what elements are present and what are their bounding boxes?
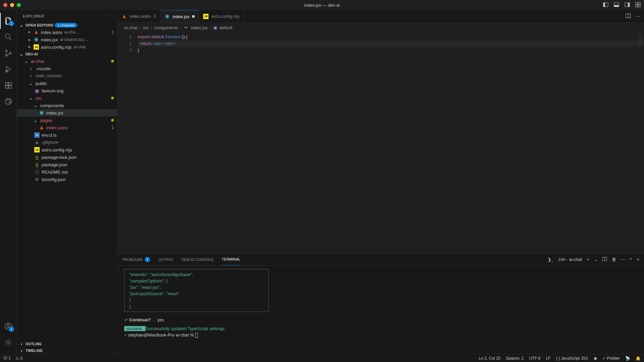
file-package-lock[interactable]: {}package-lock.json	[17, 153, 117, 161]
project-header[interactable]: ⌄ DEV-AI	[17, 51, 117, 57]
customize-layout-icon[interactable]	[635, 2, 641, 8]
more-icon[interactable]: ⋯	[621, 257, 625, 262]
status-notifications-icon[interactable]: 🔔	[636, 356, 641, 361]
minimap[interactable]	[638, 34, 643, 44]
terminal-shell-icon[interactable]: ❯_	[548, 257, 554, 262]
status-tweet-icon[interactable]: ◉	[594, 356, 597, 361]
cursor	[195, 333, 198, 338]
file-gitignore[interactable]: ◈.gitignore	[17, 139, 117, 146]
svg-point-14	[10, 52, 11, 54]
file-astro-config[interactable]: JSastro.config.mjs	[17, 146, 117, 153]
new-terminal-icon[interactable]: +	[587, 257, 590, 262]
terminal-shell-label[interactable]: zsh - ai-chat	[558, 257, 582, 262]
activity-edge[interactable]	[0, 93, 17, 109]
status-indentation[interactable]: Spaces: 2	[506, 356, 524, 361]
modified-dot-icon: ●	[27, 38, 32, 42]
open-editors-header[interactable]: ⌄ OPEN EDITORS 1 unsaved	[17, 22, 117, 29]
close-icon[interactable]: ×	[27, 44, 32, 50]
continue-answer: yes	[157, 317, 164, 322]
maximize-panel-icon[interactable]: ^	[630, 257, 632, 262]
json-icon: {}	[34, 162, 40, 167]
chevron-right-icon: ›	[19, 348, 24, 353]
outline-header[interactable]: ›OUTLINE	[17, 341, 117, 347]
more-actions-icon[interactable]: ⋯	[636, 14, 640, 19]
activity-accounts[interactable]: 1	[0, 318, 17, 334]
terminal-prompt: ○ stephan@MacBook-Pro ai-chat %	[124, 332, 637, 338]
close-icon[interactable]: ×	[27, 30, 32, 35]
folder-node-modules[interactable]: ›node_modules	[17, 72, 117, 80]
breadcrumb-item[interactable]: components	[154, 25, 178, 30]
status-language[interactable]: { } JavaScript JSX	[556, 356, 588, 361]
tab-index-jsx[interactable]: index.jsx	[160, 10, 199, 22]
folder-vscode[interactable]: ›.vscode	[17, 65, 117, 72]
open-editors-label: OPEN EDITORS	[26, 23, 53, 27]
file-readme[interactable]: ⓘREADME.md	[17, 168, 117, 176]
breadcrumbs[interactable]: ai-chat› src› components› index.jsx› ▣ d…	[118, 23, 644, 32]
file-index-astro[interactable]: index.astro1	[17, 124, 117, 131]
open-editor-item[interactable]: ● index.jsx ai-chat/src/co…	[17, 36, 117, 43]
js-icon: JS	[203, 14, 209, 19]
file-index-jsx[interactable]: index.jsx	[17, 109, 117, 117]
open-editor-item[interactable]: × index.astro ai-cha… 1	[17, 29, 117, 36]
file-env[interactable]: TSenv.d.ts	[17, 131, 117, 139]
explorer-more-icon[interactable]: ⋯	[107, 14, 111, 18]
terminal-content[interactable]: "extends": "astro/tsconfigs/base", "comp…	[118, 266, 644, 354]
editor-tabs: index.astro 1 index.jsx JS astro.config.…	[118, 10, 644, 23]
prompt-text: stephan@MacBook-Pro ai-chat %	[128, 332, 195, 337]
status-eol[interactable]: LF	[546, 356, 551, 361]
tab-astro-config[interactable]: JS astro.config.mjs	[199, 10, 244, 22]
breadcrumb-item[interactable]: ai-chat	[124, 25, 137, 30]
split-terminal-icon[interactable]	[602, 257, 607, 262]
layout-panel-icon[interactable]	[614, 2, 619, 8]
status-encoding[interactable]: UTF-8	[529, 356, 541, 361]
folder-src[interactable]: ⌄src	[17, 94, 117, 102]
activity-bar: 1 1	[0, 10, 17, 354]
info-icon: ⓘ	[34, 169, 40, 175]
split-editor-icon[interactable]	[626, 13, 631, 19]
file-favicon[interactable]: ▦favicon.svg	[17, 87, 117, 94]
panel: PROBLEMS1 OUTPUT DEBUG CONSOLE TERMINAL …	[118, 253, 644, 354]
unsaved-badge: 1 unsaved	[55, 23, 77, 28]
window-maximize[interactable]	[17, 3, 21, 7]
status-warnings[interactable]: ⚠ 0	[15, 356, 22, 361]
window-close[interactable]	[3, 3, 7, 7]
file-package[interactable]: {}package.json	[17, 161, 117, 168]
svg-rect-16	[5, 82, 8, 85]
layout-sidebar-icon[interactable]	[603, 2, 608, 8]
folder-components[interactable]: ⌄components	[17, 102, 117, 109]
status-errors[interactable]: ⓧ 1	[3, 355, 11, 361]
activity-explorer[interactable]: 1	[0, 13, 17, 29]
code-content[interactable]: export default function () { return <div…	[138, 32, 644, 253]
status-feedback-icon[interactable]: 📡	[625, 356, 630, 361]
panel-tab-problems[interactable]: PROBLEMS1	[122, 254, 150, 265]
kill-terminal-icon[interactable]: 🗑	[612, 257, 616, 262]
breadcrumb-item[interactable]: default	[219, 25, 232, 30]
layout-sidebar-right-icon[interactable]	[625, 2, 630, 8]
close-panel-icon[interactable]: ×	[637, 257, 639, 262]
window-minimize[interactable]	[10, 3, 14, 7]
breadcrumb-item[interactable]: src	[143, 25, 148, 30]
activity-source-control[interactable]	[0, 45, 17, 61]
panel-tab-debug[interactable]: DEBUG CONSOLE	[181, 254, 214, 265]
activity-settings[interactable]	[0, 334, 17, 351]
tab-index-astro[interactable]: index.astro 1	[118, 10, 160, 22]
folder-ai-chat[interactable]: ⌄ai-chat	[17, 57, 117, 65]
chevron-down-icon: ⌄	[28, 81, 34, 86]
activity-debug[interactable]	[0, 61, 17, 77]
timeline-header[interactable]: ›TIMELINE	[17, 347, 117, 354]
terminal-dropdown-icon[interactable]: ⌄	[594, 257, 598, 262]
activity-extensions[interactable]	[0, 77, 17, 93]
activity-search[interactable]	[0, 29, 17, 45]
folder-pages[interactable]: ⌄pages	[17, 117, 117, 124]
folder-public[interactable]: ⌄public	[17, 80, 117, 87]
code-editor[interactable]: 1 2 3 export default function () { retur…	[118, 32, 644, 253]
json-icon: {}	[34, 154, 40, 160]
panel-tab-terminal[interactable]: TERMINAL	[222, 254, 240, 265]
folder-name: pages	[40, 118, 109, 123]
file-tsconfig[interactable]: ⚙tsconfig.json	[17, 176, 117, 183]
breadcrumb-item[interactable]: index.jsx	[191, 25, 208, 30]
panel-tab-output[interactable]: OUTPUT	[158, 254, 173, 265]
open-editor-item[interactable]: × JS astro.config.mjs ai-chat	[17, 43, 117, 51]
status-prettier[interactable]: ✓ Prettier	[602, 356, 620, 361]
status-cursor-position[interactable]: Ln 2, Col 15	[479, 356, 501, 361]
